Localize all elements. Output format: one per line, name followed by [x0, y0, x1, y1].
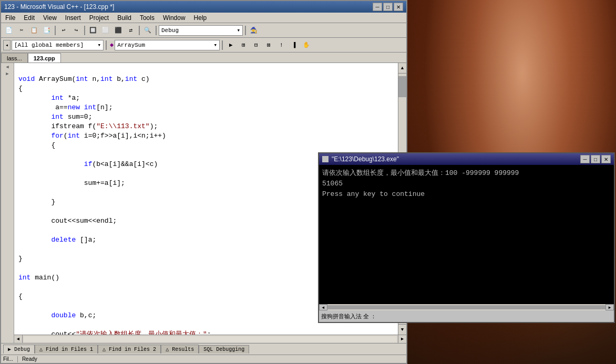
scroll-up-btn[interactable]: ▲ [398, 63, 406, 74]
toolbar-btn-5[interactable]: 🔲 [87, 25, 99, 36]
console-title-text: "E:\123\Debug\123.exe" [332, 155, 399, 163]
console-icon [322, 156, 328, 162]
toolbar-btn-1[interactable]: 📄 [3, 25, 15, 36]
tab-find2[interactable]: △ Find in Files 2 [98, 345, 161, 353]
toolbar2-sep [106, 40, 107, 50]
toolbar2-btn2[interactable]: ⊞ [238, 39, 249, 51]
menu-project[interactable]: Project [85, 13, 113, 23]
console-window: "E:\123\Debug\123.exe" ─ □ ✕ 请依次输入数组长度，最… [318, 152, 615, 323]
toolbar-wizard[interactable]: 🧙 [248, 25, 260, 36]
title-bar: 123 - Microsoft Visual C++ - [123.cpp *]… [1, 1, 406, 13]
toolbar-redo[interactable]: ↪ [70, 25, 82, 36]
toolbar2-sep2 [222, 40, 223, 50]
title-bar-controls: ─ □ ✕ [373, 3, 403, 11]
console-line-1: 请依次输入数组长度，最小值和最大值：100 -999999 999999 [322, 168, 611, 179]
menu-window[interactable]: Window [159, 13, 190, 23]
function-dropdown[interactable]: ArraySum ▾ [115, 40, 220, 50]
scroll-right-btn[interactable]: ► [398, 335, 406, 344]
toolbar-btn-8[interactable]: ⇄ [125, 25, 137, 36]
function-dropdown-value: ArraySum [117, 42, 145, 48]
console-scrollbar[interactable]: ◄ ► [319, 304, 614, 310]
console-close[interactable]: ✕ [601, 155, 611, 163]
left-panel: ◀ ▶ [1, 63, 14, 343]
toolbar-2: ◂ [All global members] ▾ ◆ ArraySum ▾ ▶ … [1, 38, 406, 53]
tab-find1[interactable]: △ Find in Files 1 [35, 345, 98, 353]
tab-sql[interactable]: SQL Debugging [199, 345, 249, 353]
console-controls: ─ □ ✕ [580, 155, 611, 163]
toolbar-btn-6[interactable]: ⬜ [100, 25, 111, 36]
menu-tools[interactable]: Tools [136, 13, 159, 23]
close-button[interactable]: ✕ [394, 3, 403, 11]
toolbar-1: 📄 ✂ 📋 📑 ↩ ↪ 🔲 ⬜ ⬛ ⇄ 🔍 Debug ▾ 🧙 [1, 23, 406, 38]
tab-classwizard[interactable]: lass... [1, 53, 28, 63]
toolbar-btn-2[interactable]: ✂ [16, 25, 27, 36]
toolbar2-btn3[interactable]: ⊟ [250, 39, 262, 51]
scroll-thumb[interactable] [398, 76, 406, 97]
member-icon: ◆ [110, 41, 114, 49]
toolbar-sep-3 [139, 26, 140, 35]
h-scroll-track[interactable] [24, 336, 397, 342]
console-maximize[interactable]: □ [591, 155, 600, 163]
toolbar2-btn5[interactable]: ! [275, 39, 287, 51]
toolbar2-btn7[interactable]: ✋ [301, 39, 312, 51]
members-dropdown[interactable]: [All global members] ▾ [12, 40, 104, 50]
menu-bar: File Edit View Insert Project Build Tool… [1, 13, 406, 23]
console-scroll-left[interactable]: ◄ [319, 304, 327, 310]
toolbar-sep-5 [245, 26, 246, 35]
left-panel-toggle[interactable]: ◀ [6, 64, 8, 70]
menu-file[interactable]: File [1, 13, 19, 23]
toolbar-btn-7[interactable]: ⬛ [112, 25, 124, 36]
status-ready: Ready [22, 356, 37, 362]
horizontal-scrollbar[interactable]: ◄ ► [14, 335, 406, 343]
minimize-button[interactable]: ─ [373, 3, 382, 11]
menu-build[interactable]: Build [113, 13, 136, 23]
menu-insert[interactable]: Insert [61, 13, 85, 23]
toolbar2-btn6[interactable]: ▐ [288, 39, 300, 51]
status-bar: Fil... Ready [1, 355, 406, 363]
nav-left[interactable]: ◂ [3, 40, 11, 50]
console-scroll-right[interactable]: ► [605, 304, 614, 310]
status-sep1 [17, 356, 18, 362]
toolbar-btn-3[interactable]: 📋 [28, 25, 40, 36]
scroll-down-btn[interactable]: ▼ [398, 324, 406, 335]
toolbar-search[interactable]: 🔍 [142, 25, 153, 36]
status-file: Fil... [3, 356, 13, 362]
console-body: 请依次输入数组长度，最小值和最大值：100 -999999 999999 510… [319, 165, 614, 304]
toolbar2-btn1[interactable]: ▶ [225, 39, 237, 51]
console-footer: 搜狗拼音输入法 全 ： [319, 310, 614, 322]
tab-strip: lass... 123.cpp [1, 53, 406, 63]
console-scroll-thumb[interactable] [327, 305, 605, 309]
toolbar-sep-2 [84, 26, 85, 35]
bottom-tab-bar: ▶ Debug △ Find in Files 1 △ Find in File… [1, 343, 406, 355]
console-minimize[interactable]: ─ [580, 155, 590, 163]
toolbar-sep-1 [55, 26, 56, 35]
toolbar-sep-4 [156, 26, 157, 35]
console-line-3: Press any key to continue [322, 189, 611, 200]
toolbar2-btn4[interactable]: ⊠ [263, 39, 274, 51]
console-line-2: 51065 [322, 179, 611, 189]
config-dropdown[interactable]: Debug ▾ [159, 25, 243, 36]
menu-view[interactable]: View [39, 13, 61, 23]
restore-button[interactable]: □ [383, 3, 393, 11]
tab-results[interactable]: △ Results [161, 345, 199, 353]
ime-label: 搜狗拼音输入法 全 ： [321, 313, 376, 320]
scroll-left-btn[interactable]: ◄ [14, 335, 23, 344]
left-panel-toggle2[interactable]: ▶ [6, 71, 8, 77]
tab-123cpp[interactable]: 123.cpp [28, 53, 61, 63]
toolbar-undo[interactable]: ↩ [58, 25, 69, 36]
ide-title: 123 - Microsoft Visual C++ - [123.cpp *] [4, 3, 114, 11]
menu-help[interactable]: Help [190, 13, 211, 23]
tab-debug[interactable]: ▶ Debug [3, 345, 35, 353]
toolbar-btn-4[interactable]: 📑 [41, 25, 53, 36]
members-dropdown-value: [All global members] [14, 42, 84, 48]
console-title-bar: "E:\123\Debug\123.exe" ─ □ ✕ [319, 153, 614, 165]
menu-edit[interactable]: Edit [19, 13, 39, 23]
